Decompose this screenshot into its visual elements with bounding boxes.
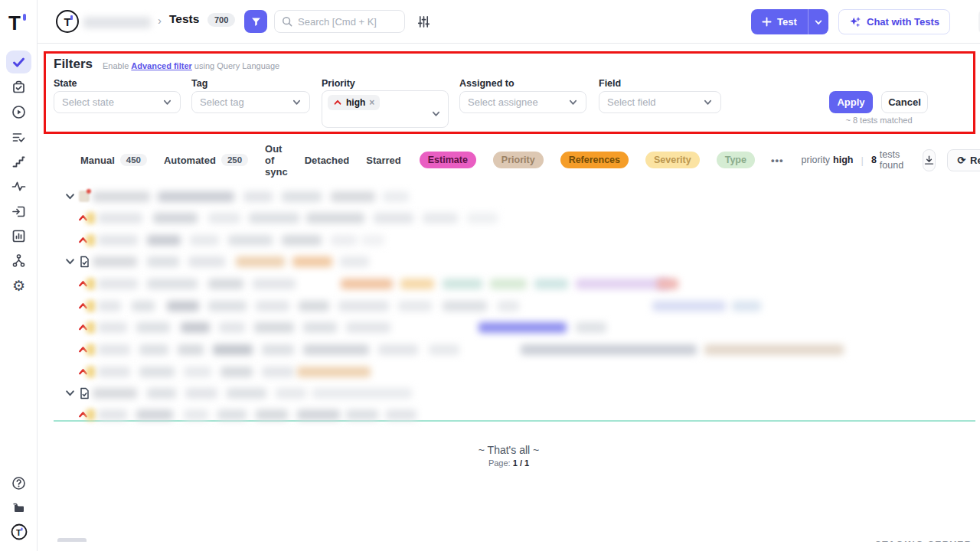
test-row[interactable] [0,364,980,380]
redacted-text [243,191,273,202]
redacted-text [256,301,289,311]
redacted-text [732,301,761,311]
projects-folder-icon [11,500,26,515]
project-name-redacted[interactable] [83,17,151,28]
redacted-text [443,301,487,311]
filter-funnel-icon [250,16,262,28]
filter-funnel-button[interactable] [244,10,267,33]
redacted-text [292,256,332,267]
redacted-text [139,367,175,377]
suite-doc-icon [79,387,90,399]
tune-sliders-icon[interactable] [417,15,430,28]
redacted-text [184,367,211,377]
redacted-text [398,301,432,311]
settings-gear-icon: ⚙ [12,279,25,293]
redacted-text [423,213,458,223]
sidebar-item-settings[interactable]: ⚙ [6,274,31,297]
test-row[interactable] [0,210,980,227]
redacted-text [98,367,130,377]
sidebar-item-branches[interactable] [6,249,31,272]
new-test-split-button: Test [751,9,828,34]
new-test-button[interactable]: Test [751,16,808,28]
test-row[interactable] [0,298,980,315]
redacted-text [479,322,567,333]
chat-with-tests-button[interactable]: Chat with Tests [838,9,950,34]
redacted-text [331,235,357,246]
new-test-dropdown[interactable] [808,18,828,27]
redacted-badge [86,278,96,290]
redacted-text [98,235,138,246]
sparkles-icon [849,16,861,28]
sidebar-item-account[interactable]: T [6,520,31,543]
search-icon [282,16,292,27]
redacted-text [153,213,198,223]
sidebar-item-pull[interactable] [6,200,31,223]
redacted-text [429,344,459,355]
redacted-text [249,213,299,223]
play-circle-icon [11,105,26,119]
test-row[interactable] [0,276,980,292]
test-row[interactable] [0,319,980,336]
redacted-text [576,279,669,289]
redacted-text [139,344,168,355]
test-row[interactable] [0,232,980,249]
test-row[interactable] [0,406,980,423]
redacted-badge [86,234,96,246]
redacted-text [521,344,697,355]
test-row[interactable] [0,341,980,358]
test-list [0,0,980,551]
tests-count-badge: 700 [207,13,235,27]
redacted-text [657,279,678,289]
redacted-text [236,256,285,267]
sidebar-item-plans[interactable] [6,76,31,99]
search-input[interactable] [298,16,390,28]
redacted-text [217,409,247,420]
redacted-text [98,213,142,223]
redacted-text [361,235,384,246]
sidebar-item-runs[interactable] [6,100,31,123]
sidebar-item-reports[interactable] [6,224,31,247]
suite-row[interactable] [0,385,980,402]
suite-row[interactable] [0,188,980,205]
app-logo[interactable]: T [8,12,28,35]
redacted-text [306,213,364,223]
redacted-text [208,279,243,289]
redacted-text [147,235,181,246]
pulse-icon [11,179,26,194]
import-icon [11,204,26,219]
redacted-text [534,279,568,289]
suite-tag-icon [79,191,90,202]
redacted-badge [86,212,96,224]
sidebar-item-projects[interactable] [6,496,31,519]
redacted-text [167,301,199,311]
sidebar-item-analytics[interactable] [6,174,31,197]
redacted-text [132,301,155,311]
redacted-text [178,344,204,355]
chevron-down-icon[interactable] [64,191,76,202]
sidebar-item-help[interactable] [6,471,31,494]
chevron-down-icon[interactable] [64,256,76,267]
redacted-text [190,235,219,246]
redacted-text [253,279,296,289]
sidebar-item-steps[interactable] [6,150,31,173]
suite-row[interactable] [0,253,980,270]
report-chart-icon [11,229,26,243]
sidebar-item-results[interactable] [6,126,31,148]
redacted-text [338,301,389,311]
stairs-icon [11,155,26,169]
suite-doc-icon [79,256,90,268]
redacted-text [498,301,519,311]
sidebar-item-tests[interactable] [6,51,31,73]
redacted-text [400,279,434,289]
redacted-text [208,301,247,311]
redacted-text [652,301,726,311]
redacted-text [312,388,412,399]
breadcrumb-separator: › [158,14,162,27]
help-icon [11,476,26,491]
redacted-text [262,344,294,355]
search-box[interactable] [274,10,405,33]
redacted-text [254,322,294,333]
redacted-text [98,279,138,289]
chevron-down-icon[interactable] [64,387,76,399]
project-logo[interactable]: T [56,10,79,33]
